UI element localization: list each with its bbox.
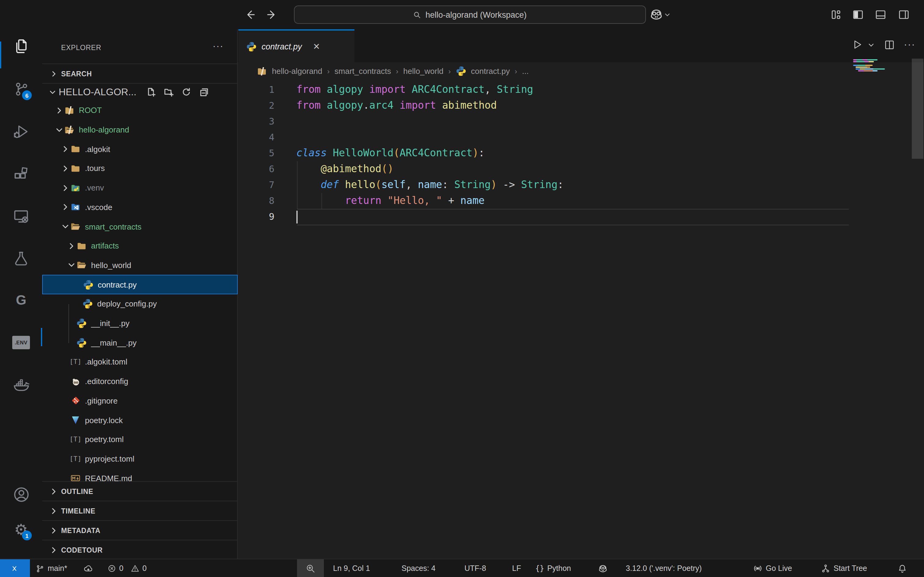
refresh-explorer-icon[interactable]: [181, 87, 191, 97]
chevron-right-icon[interactable]: [54, 106, 64, 115]
git-branch-status[interactable]: main*: [36, 559, 67, 577]
error-count: 0: [119, 564, 123, 573]
chevron-right-icon[interactable]: [60, 202, 70, 212]
editor-more-actions-icon[interactable]: ···: [904, 39, 916, 50]
dotenv-icon[interactable]: .ENV: [0, 328, 42, 357]
explorer-icon[interactable]: [0, 32, 42, 61]
python-interpreter-status[interactable]: 3.12.0 ('.venv': Poetry): [626, 559, 702, 577]
accounts-icon[interactable]: [0, 480, 42, 509]
current-line-border: [297, 209, 849, 210]
code-line-7: def hello(self, name: String) -> String:: [296, 177, 564, 193]
new-folder-icon[interactable]: [164, 87, 174, 97]
nav-forward-icon[interactable]: [266, 8, 278, 21]
problems-status[interactable]: 00: [108, 559, 147, 577]
zoom-status[interactable]: [297, 559, 324, 577]
tree-item-deploy-config-py[interactable]: deploy_config.py: [42, 294, 238, 314]
docker-icon[interactable]: [0, 370, 42, 399]
nav-back-icon[interactable]: [244, 8, 256, 21]
source-control-icon[interactable]: 6: [0, 74, 42, 104]
run-button[interactable]: [851, 39, 864, 51]
indentation-status[interactable]: Spaces: 4: [402, 559, 435, 577]
settings-icon[interactable]: ⚙1: [0, 515, 42, 544]
remote-indicator[interactable]: [0, 559, 30, 577]
tab-close-icon[interactable]: ✕: [313, 42, 320, 51]
run-and-debug-icon[interactable]: [0, 117, 42, 146]
testing-icon[interactable]: [0, 243, 42, 273]
collapse-folders-icon[interactable]: [199, 87, 209, 97]
customize-layout-icon[interactable]: [830, 8, 842, 21]
panel-label: CODETOUR: [61, 546, 103, 553]
tree-item--main-py[interactable]: __main__.py: [42, 333, 238, 352]
breadcrumb-item[interactable]: hello-algorand: [272, 66, 322, 76]
breadcrumb-item[interactable]: ...: [522, 66, 529, 76]
tree-item-contract-py[interactable]: contract.py: [42, 275, 238, 294]
tree-item-pyproject-toml[interactable]: [T]pyproject.toml: [42, 449, 238, 468]
tree-item--vscode[interactable]: .vscode: [42, 198, 238, 217]
go-live-status[interactable]: Go Live: [753, 559, 792, 577]
search-section-header[interactable]: SEARCH: [42, 63, 238, 83]
explorer-more-actions-icon[interactable]: ···: [213, 40, 224, 51]
breadcrumb-separator: ›: [327, 67, 330, 76]
split-editor-icon[interactable]: [884, 39, 895, 50]
line-col-status[interactable]: Ln 9, Col 1: [333, 559, 370, 577]
source-control-badge: 6: [22, 90, 32, 100]
start-tree-status[interactable]: Start Tree: [821, 559, 867, 577]
toggle-panel-icon[interactable]: [874, 8, 887, 21]
tree-item-root[interactable]: ROOT: [42, 101, 238, 120]
panel-timeline[interactable]: TIMELINE: [42, 501, 238, 520]
tree-item--algokit-toml[interactable]: [T].algokit.toml: [42, 352, 238, 372]
panel-metadata[interactable]: METADATA: [42, 520, 238, 540]
tree-item--gitignore[interactable]: .gitignore: [42, 391, 238, 410]
chevron-right-icon[interactable]: [60, 144, 70, 154]
chevron-down-icon[interactable]: [60, 222, 70, 231]
zoom-icon: [305, 564, 315, 573]
spaces-label: Spaces: 4: [402, 564, 435, 573]
run-dropdown-icon[interactable]: [867, 40, 875, 48]
minimap[interactable]: [853, 59, 887, 73]
tree-item-hello-algorand[interactable]: hello-algorand: [42, 120, 238, 139]
tree-item--venv[interactable]: .venv: [42, 178, 238, 198]
panel-outline[interactable]: OUTLINE: [42, 481, 238, 501]
tab-contract-py[interactable]: contract.py ✕: [238, 29, 354, 62]
editor-scrollbar[interactable]: [912, 59, 923, 159]
panel-codetour[interactable]: CODETOUR: [42, 540, 238, 559]
encoding-status[interactable]: UTF-8: [464, 559, 486, 577]
breadcrumb-item[interactable]: contract.py: [471, 66, 510, 76]
toggle-sidebar-icon[interactable]: [852, 8, 864, 21]
tree-item--init-py[interactable]: __init__.py: [42, 314, 238, 333]
extensions-icon[interactable]: [0, 160, 42, 189]
tree-item--tours[interactable]: .tours: [42, 159, 238, 178]
new-file-icon[interactable]: [146, 87, 156, 97]
code-editor[interactable]: 1from algopy import ARC4Contract, String…: [238, 80, 924, 559]
workspace-search-label: hello-algorand (Workspace): [425, 10, 527, 19]
tree-item-poetry-lock[interactable]: poetry.lock: [42, 410, 238, 430]
command-center-search[interactable]: hello-algorand (Workspace): [294, 5, 646, 24]
tree-item-artifacts[interactable]: artifacts: [42, 236, 238, 256]
gitlens-icon[interactable]: G: [0, 286, 42, 315]
publish-changes-icon[interactable]: [83, 559, 94, 577]
copilot-icon[interactable]: [649, 7, 664, 22]
copilot-chevron-icon[interactable]: [664, 11, 671, 18]
toggle-secondary-sidebar-icon[interactable]: [898, 8, 910, 21]
chevron-right-icon[interactable]: [66, 241, 76, 251]
chevron-down-icon[interactable]: [54, 125, 64, 135]
tree-item-hello-world[interactable]: hello_world: [42, 256, 238, 275]
language-status[interactable]: {}Python: [535, 559, 571, 577]
tree-item-smart-contracts[interactable]: smart_contracts: [42, 217, 238, 236]
chevron-right-icon[interactable]: [60, 164, 70, 173]
tree-item-label: pyproject.toml: [85, 454, 134, 463]
tree-item-poetry-toml[interactable]: [T]poetry.toml: [42, 430, 238, 449]
breadcrumb-item[interactable]: smart_contracts: [334, 66, 391, 76]
code-line-5: class HelloWorld(ARC4Contract):: [296, 145, 485, 161]
copilot-status-icon[interactable]: [598, 559, 608, 577]
notifications-bell-icon[interactable]: [897, 559, 908, 577]
line-number: 8: [238, 193, 275, 209]
breadcrumb-item[interactable]: hello_world: [403, 66, 444, 76]
chevron-down-icon[interactable]: [66, 260, 76, 270]
tree-item--editorconfig[interactable]: .editorconfig: [42, 372, 238, 391]
chevron-right-icon[interactable]: [60, 183, 70, 193]
tree-item-readme-md[interactable]: README.md: [42, 469, 238, 481]
eol-status[interactable]: LF: [512, 559, 521, 577]
remote-explorer-icon[interactable]: [0, 201, 42, 231]
tree-item--algokit[interactable]: .algokit: [42, 140, 238, 159]
